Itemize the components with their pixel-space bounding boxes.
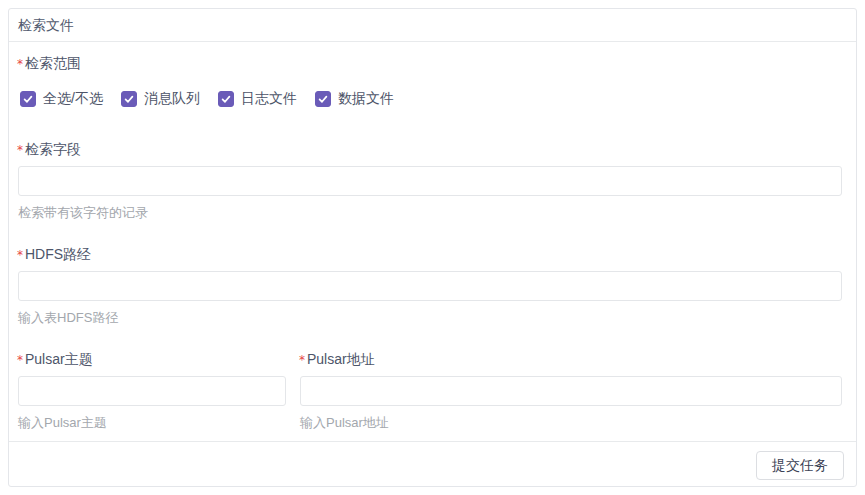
search-scope-checkbox-group: 全选/不选 消息队列 日志文件 [20,90,842,107]
card-footer: 提交任务 [9,441,856,492]
checkbox-log-file-label: 日志文件 [241,90,297,107]
checkbox-log-file[interactable]: 日志文件 [218,90,297,107]
checkbox-select-all-label: 全选/不选 [43,90,103,107]
pulsar-fields-row: *Pulsar主题 输入Pulsar主题 *Pulsar地址 输入Pulsar地… [18,350,842,432]
search-files-card: 检索文件 *检索范围 全选/不选 消息队列 [8,8,857,487]
search-form: *检索范围 全选/不选 消息队列 [9,42,856,441]
required-asterisk: * [17,142,23,159]
hdfs-path-input[interactable] [18,271,842,301]
search-field-label-text: 检索字段 [25,141,81,157]
pulsar-topic-input[interactable] [18,376,286,406]
pulsar-topic-label-text: Pulsar主题 [25,351,93,367]
search-scope-label-text: 检索范围 [25,55,81,71]
checkbox-select-all[interactable]: 全选/不选 [20,90,103,107]
checkbox-checked-icon[interactable] [20,91,36,107]
field-pulsar-topic: *Pulsar主题 输入Pulsar主题 [18,350,286,432]
field-hdfs-path: *HDFS路经 输入表HDFS路径 [18,245,842,327]
field-pulsar-address: *Pulsar地址 输入Pulsar地址 [300,350,842,432]
pulsar-address-label: *Pulsar地址 [307,351,375,368]
hdfs-path-helper: 输入表HDFS路径 [18,309,842,327]
checkbox-data-file[interactable]: 数据文件 [315,90,394,107]
checkbox-message-queue[interactable]: 消息队列 [121,90,200,107]
required-asterisk: * [17,56,23,73]
checkbox-checked-icon[interactable] [315,91,331,107]
checkbox-message-queue-label: 消息队列 [144,90,200,107]
search-field-label: *检索字段 [25,141,81,158]
card-title: 检索文件 [9,9,856,42]
search-field-input[interactable] [18,166,842,196]
checkbox-checked-icon[interactable] [121,91,137,107]
hdfs-path-label-text: HDFS路经 [25,246,91,262]
pulsar-topic-helper: 输入Pulsar主题 [18,414,286,432]
pulsar-address-label-text: Pulsar地址 [307,351,375,367]
search-scope-label: *检索范围 [25,55,81,72]
field-search-scope: *检索范围 全选/不选 消息队列 [18,54,842,107]
pulsar-address-input[interactable] [300,376,842,406]
checkbox-checked-icon[interactable] [218,91,234,107]
required-asterisk: * [17,247,23,264]
submit-task-button[interactable]: 提交任务 [756,451,844,480]
checkbox-data-file-label: 数据文件 [338,90,394,107]
pulsar-address-helper: 输入Pulsar地址 [300,414,842,432]
pulsar-topic-label: *Pulsar主题 [25,351,93,368]
search-field-helper: 检索带有该字符的记录 [18,204,842,222]
required-asterisk: * [299,352,305,369]
field-search-field: *检索字段 检索带有该字符的记录 [18,140,842,222]
hdfs-path-label: *HDFS路经 [25,246,91,263]
required-asterisk: * [17,352,23,369]
